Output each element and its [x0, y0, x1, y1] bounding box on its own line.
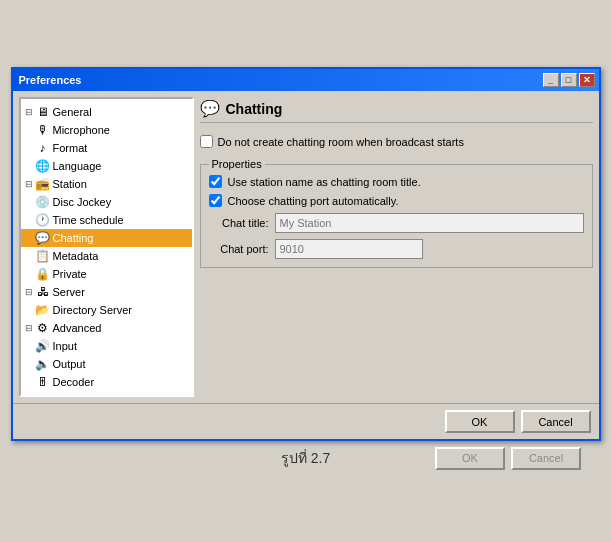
station-icon: 📻 — [35, 176, 51, 192]
tree-item-station[interactable]: ⊟ 📻 Station — [21, 175, 192, 193]
metadata-icon: 📋 — [35, 248, 51, 264]
cancel-button[interactable]: Cancel — [521, 410, 591, 433]
tree-item-chatting[interactable]: 💬 Chatting — [21, 229, 192, 247]
content-title: Chatting — [226, 101, 283, 117]
tree-item-discjockey[interactable]: 💿 Disc Jockey — [21, 193, 192, 211]
content-panel: 💬 Chatting Do not create chatting room w… — [200, 97, 593, 397]
language-icon: 🌐 — [35, 158, 51, 174]
properties-group-label: Properties — [209, 158, 265, 170]
tree-label-directoryserver: Directory Server — [53, 304, 132, 316]
dialog-footer: OK Cancel — [13, 403, 599, 439]
use-station-name-checkbox[interactable] — [209, 175, 222, 188]
tree-item-metadata[interactable]: 📋 Metadata — [21, 247, 192, 265]
dialog-title: Preferences — [19, 74, 82, 86]
caption-buttons: OK Cancel — [435, 447, 581, 470]
tree-item-advanced[interactable]: ⊟ ⚙ Advanced — [21, 319, 192, 337]
tree-item-language[interactable]: 🌐 Language — [21, 157, 192, 175]
private-icon: 🔒 — [35, 266, 51, 282]
bottom-caption-area: รูปที่ 2.7 OK Cancel — [10, 441, 601, 475]
minimize-button[interactable]: _ — [543, 73, 559, 87]
title-bar-buttons: _ □ ✕ — [543, 73, 595, 87]
choose-port-auto-checkbox[interactable] — [209, 194, 222, 207]
content-header: 💬 Chatting — [200, 97, 593, 123]
expand-icon-server: ⊟ — [23, 286, 35, 298]
chatting-icon: 💬 — [35, 230, 51, 246]
discjockey-icon: 💿 — [35, 194, 51, 210]
tree-label-output: Output — [53, 358, 86, 370]
tree-item-timeschedule[interactable]: 🕐 Time schedule — [21, 211, 192, 229]
choose-port-auto-label: Choose chatting port automatically. — [228, 195, 399, 207]
top-checkbox-row: Do not create chatting room when broadca… — [200, 131, 593, 152]
content-header-icon: 💬 — [200, 99, 220, 118]
prop1-row: Use station name as chatting room title. — [209, 175, 584, 188]
output-icon: 🔈 — [35, 356, 51, 372]
expand-icon-station: ⊟ — [23, 178, 35, 190]
tree-panel[interactable]: ⊟ 🖥 General 🎙 Microphone ♪ Format 🌐 Lang… — [19, 97, 194, 397]
no-chatting-room-checkbox[interactable] — [200, 135, 213, 148]
tree-label-metadata: Metadata — [53, 250, 99, 262]
timeschedule-icon: 🕐 — [35, 212, 51, 228]
chat-port-row: Chat port: — [209, 239, 584, 259]
caption-ok-button: OK — [435, 447, 505, 470]
tree-label-private: Private — [53, 268, 87, 280]
tree-label-format: Format — [53, 142, 88, 154]
tree-item-private[interactable]: 🔒 Private — [21, 265, 192, 283]
close-button[interactable]: ✕ — [579, 73, 595, 87]
tree-label-server: Server — [53, 286, 85, 298]
chat-port-label: Chat port: — [209, 243, 269, 255]
tree-label-station: Station — [53, 178, 87, 190]
properties-group-box: Properties Use station name as chatting … — [200, 164, 593, 268]
tree-label-microphone: Microphone — [53, 124, 110, 136]
format-icon: ♪ — [35, 140, 51, 156]
tree-label-advanced: Advanced — [53, 322, 102, 334]
input-icon: 🔊 — [35, 338, 51, 354]
directoryserver-icon: 📂 — [35, 302, 51, 318]
microphone-icon: 🎙 — [35, 122, 51, 138]
tree-item-output[interactable]: 🔈 Output — [21, 355, 192, 373]
use-station-name-label: Use station name as chatting room title. — [228, 176, 421, 188]
expand-icon-general: ⊟ — [23, 106, 35, 118]
general-icon: 🖥 — [35, 104, 51, 120]
tree-item-input[interactable]: 🔊 Input — [21, 337, 192, 355]
title-bar: Preferences _ □ ✕ — [13, 69, 599, 91]
maximize-button[interactable]: □ — [561, 73, 577, 87]
chat-title-row: Chat title: — [209, 213, 584, 233]
tree-item-microphone[interactable]: 🎙 Microphone — [21, 121, 192, 139]
tree-label-chatting: Chatting — [53, 232, 94, 244]
preferences-dialog: Preferences _ □ ✕ ⊟ 🖥 General 🎙 Micropho… — [11, 67, 601, 441]
expand-icon-advanced: ⊟ — [23, 322, 35, 334]
tree-item-format[interactable]: ♪ Format — [21, 139, 192, 157]
no-chatting-room-label: Do not create chatting room when broadca… — [218, 136, 464, 148]
chat-title-input[interactable] — [275, 213, 584, 233]
prop2-row: Choose chatting port automatically. — [209, 194, 584, 207]
tree-item-server[interactable]: ⊟ 🖧 Server — [21, 283, 192, 301]
chat-title-label: Chat title: — [209, 217, 269, 229]
ok-button[interactable]: OK — [445, 410, 515, 433]
tree-label-decoder: Decoder — [53, 376, 95, 388]
chat-port-input[interactable] — [275, 239, 423, 259]
tree-label-timeschedule: Time schedule — [53, 214, 124, 226]
caption-cancel-button: Cancel — [511, 447, 581, 470]
server-icon: 🖧 — [35, 284, 51, 300]
tree-item-directoryserver[interactable]: 📂 Directory Server — [21, 301, 192, 319]
advanced-icon: ⚙ — [35, 320, 51, 336]
tree-label-discjockey: Disc Jockey — [53, 196, 112, 208]
tree-item-general[interactable]: ⊟ 🖥 General — [21, 103, 192, 121]
tree-item-decoder[interactable]: 🎚 Decoder — [21, 373, 192, 391]
dialog-body: ⊟ 🖥 General 🎙 Microphone ♪ Format 🌐 Lang… — [13, 91, 599, 403]
tree-label-input: Input — [53, 340, 77, 352]
figure-caption: รูปที่ 2.7 — [281, 447, 330, 469]
tree-label-language: Language — [53, 160, 102, 172]
tree-label-general: General — [53, 106, 92, 118]
decoder-icon: 🎚 — [35, 374, 51, 390]
